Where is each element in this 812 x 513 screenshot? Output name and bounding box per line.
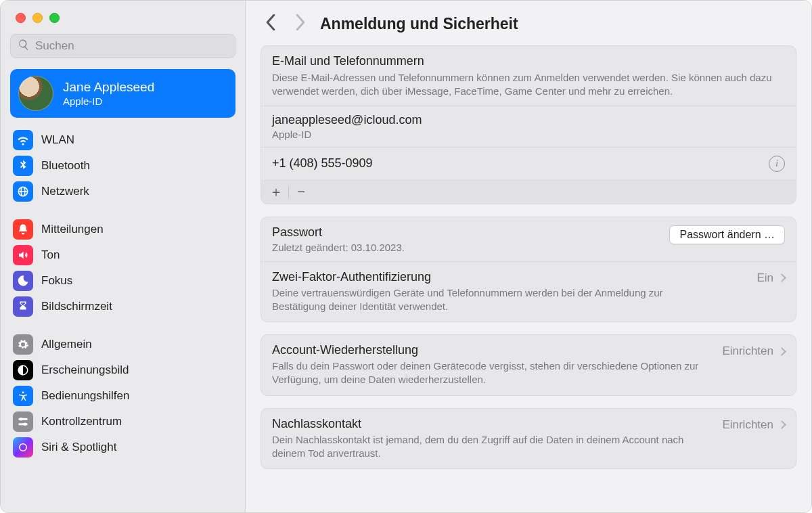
page-title: Anmeldung und Sicherheit xyxy=(320,15,518,33)
sidebar-item-label: Fokus xyxy=(41,274,72,288)
search-input[interactable]: Suchen xyxy=(10,34,235,58)
globe-icon xyxy=(13,181,33,202)
add-button[interactable]: ＋ xyxy=(267,183,286,201)
phone-row[interactable]: +1 (408) 555-0909 i xyxy=(261,147,796,180)
password-sub: Zuletzt geändert: 03.10.2023. xyxy=(272,242,405,253)
sidebar-item-sound[interactable]: Ton xyxy=(10,242,235,268)
email-sub: Apple-ID xyxy=(272,129,785,140)
settings-window: Suchen Jane Appleseed Apple-ID WLAN xyxy=(0,0,812,513)
sidebar-item-label: Erscheinungsbild xyxy=(41,363,129,377)
two-factor-row[interactable]: Zwei-Faktor-Authentifizierung Deine vert… xyxy=(261,261,796,322)
zoom-window-button[interactable] xyxy=(49,13,60,23)
bell-icon xyxy=(13,219,33,240)
hourglass-icon xyxy=(13,296,33,317)
sidebar-item-general[interactable]: Allgemein xyxy=(10,332,235,357)
search-icon xyxy=(18,39,30,54)
sidebar-item-label: Ton xyxy=(41,248,60,262)
password-row: Passwort Zuletzt geändert: 03.10.2023. P… xyxy=(261,217,796,261)
sidebar-item-label: Netzwerk xyxy=(41,185,89,198)
svg-point-1 xyxy=(22,391,24,393)
chevron-right-icon xyxy=(777,273,786,282)
avatar xyxy=(18,76,53,111)
svg-point-6 xyxy=(20,444,27,451)
sidebar-item-label: Siri & Spotlight xyxy=(41,441,117,454)
sidebar-list: WLAN Bluetooth Netzwerk xyxy=(1,122,245,472)
info-button[interactable]: i xyxy=(769,156,785,172)
sidebar-item-wlan[interactable]: WLAN xyxy=(10,127,235,153)
speaker-icon xyxy=(13,245,33,265)
content-area: Anmeldung und Sicherheit E-Mail und Tele… xyxy=(246,1,811,512)
recovery-status: Einrichten xyxy=(722,344,773,358)
security-panel: Passwort Zuletzt geändert: 03.10.2023. P… xyxy=(261,217,796,323)
chevron-right-icon xyxy=(777,347,786,356)
phone-value: +1 (408) 555-0909 xyxy=(272,156,373,171)
sidebar-item-bluetooth[interactable]: Bluetooth xyxy=(10,153,235,179)
forward-button[interactable] xyxy=(294,14,307,33)
remove-button[interactable]: − xyxy=(292,183,311,201)
sidebar-item-label: Bluetooth xyxy=(41,159,90,173)
legacy-row[interactable]: Nachlasskontakt Dein Nachlasskontakt ist… xyxy=(261,409,796,469)
two-factor-status: Ein xyxy=(757,271,773,285)
siri-icon xyxy=(13,437,33,458)
chevron-right-icon xyxy=(777,420,786,429)
svg-point-4 xyxy=(20,418,23,421)
svg-point-5 xyxy=(24,423,27,426)
window-controls xyxy=(1,1,245,31)
bluetooth-icon xyxy=(13,156,33,176)
sliders-icon xyxy=(13,411,33,432)
sidebar-item-focus[interactable]: Fokus xyxy=(10,268,235,294)
sidebar-item-appearance[interactable]: Erscheinungsbild xyxy=(10,357,235,383)
minimize-window-button[interactable] xyxy=(32,13,43,23)
divider xyxy=(288,186,289,198)
sidebar-item-control-center[interactable]: Kontrollzentrum xyxy=(10,409,235,434)
moon-icon xyxy=(13,271,33,291)
content-header: Anmeldung und Sicherheit xyxy=(246,1,811,44)
two-factor-desc: Deine vertrauenswürdigen Geräte und Tele… xyxy=(272,286,705,314)
sidebar: Suchen Jane Appleseed Apple-ID WLAN xyxy=(1,1,246,512)
recovery-desc: Falls du dein Passwort oder deinen Gerät… xyxy=(272,359,705,387)
sidebar-item-screentime[interactable]: Bildschirmzeit xyxy=(10,294,235,319)
legacy-title: Nachlasskontakt xyxy=(272,417,711,431)
sidebar-item-label: WLAN xyxy=(41,133,74,147)
email-value: janeappleseed@icloud.com xyxy=(272,113,785,127)
sidebar-item-label: Allgemein xyxy=(41,338,92,351)
wifi-icon xyxy=(13,130,33,150)
profile-sub: Apple-ID xyxy=(63,95,154,107)
sidebar-item-label: Bildschirmzeit xyxy=(41,300,112,313)
contacts-panel: E-Mail und Telefonnummern Diese E-Mail-A… xyxy=(261,45,796,204)
sidebar-item-siri[interactable]: Siri & Spotlight xyxy=(10,434,235,460)
two-factor-title: Zwei-Faktor-Authentifizierung xyxy=(272,270,746,284)
sidebar-item-network[interactable]: Netzwerk xyxy=(10,179,235,204)
email-row[interactable]: janeappleseed@icloud.com Apple-ID xyxy=(261,106,796,147)
profile-name: Jane Appleseed xyxy=(63,80,154,95)
recovery-row[interactable]: Account-Wiederherstellung Falls du dein … xyxy=(261,335,796,395)
contacts-title: E-Mail und Telefonnummern xyxy=(272,54,785,68)
legacy-status: Einrichten xyxy=(722,418,773,432)
sidebar-item-label: Bedienungshilfen xyxy=(41,389,129,403)
sidebar-item-label: Kontrollzentrum xyxy=(41,415,122,428)
legacy-panel: Nachlasskontakt Dein Nachlasskontakt ist… xyxy=(261,408,796,470)
add-remove-bar: ＋ − xyxy=(261,180,796,204)
accessibility-icon xyxy=(13,386,33,406)
gear-icon xyxy=(13,334,33,355)
change-password-button[interactable]: Passwort ändern … xyxy=(669,225,785,244)
sidebar-item-apple-id[interactable]: Jane Appleseed Apple-ID xyxy=(10,69,235,118)
sidebar-item-accessibility[interactable]: Bedienungshilfen xyxy=(10,383,235,409)
sidebar-item-notifications[interactable]: Mitteilungen xyxy=(10,217,235,242)
contacts-desc: Diese E-Mail-Adressen und Telefonnummern… xyxy=(272,71,785,99)
sidebar-item-label: Mitteilungen xyxy=(41,223,104,236)
close-window-button[interactable] xyxy=(16,13,26,23)
recovery-panel: Account-Wiederherstellung Falls du dein … xyxy=(261,334,796,396)
recovery-title: Account-Wiederherstellung xyxy=(272,343,711,357)
appearance-icon xyxy=(13,360,33,380)
back-button[interactable] xyxy=(265,14,277,33)
password-title: Passwort xyxy=(272,225,405,240)
legacy-desc: Dein Nachlasskontakt ist jemand, dem du … xyxy=(272,433,705,461)
search-placeholder: Suchen xyxy=(35,39,74,53)
